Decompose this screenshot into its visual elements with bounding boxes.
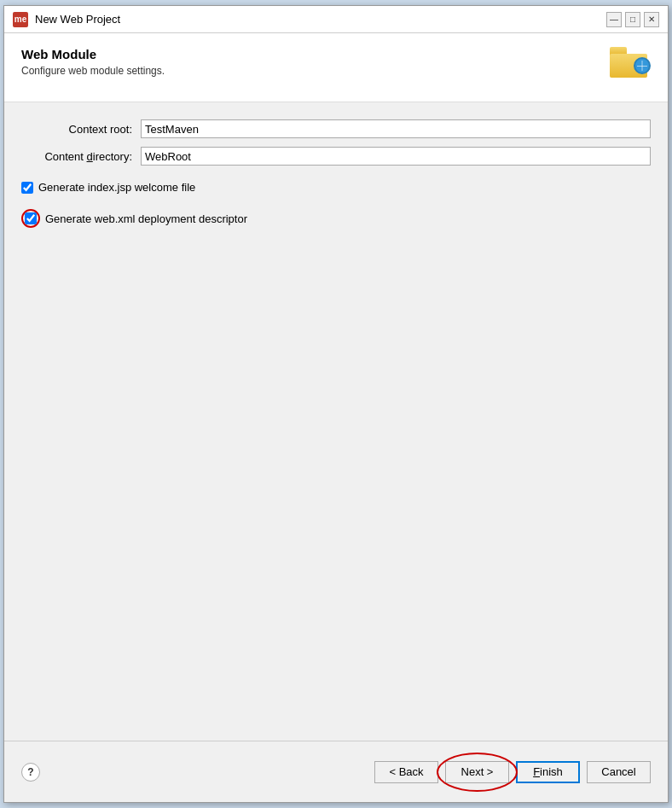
header-text: Web Module Configure web module settings… [21,47,165,77]
title-bar-left: me New Web Project [13,12,120,27]
minimize-button[interactable]: — [606,12,622,27]
generate-index-checkbox[interactable] [21,182,33,194]
dialog-content: Web Module Configure web module settings… [4,33,668,802]
globe-icon [634,57,651,74]
checkbox2-highlight [21,209,40,228]
bottom-buttons: < Back Next > Finish Cancel [374,761,651,783]
next-button[interactable]: Next > [445,761,509,783]
close-button[interactable]: ✕ [644,12,659,27]
next-button-wrapper: Next > [445,761,509,783]
generate-webxml-label: Generate web.xml deployment descriptor [45,212,247,225]
title-bar: me New Web Project — □ ✕ [4,6,668,33]
app-icon: me [13,12,28,27]
generate-webxml-checkbox[interactable] [25,212,37,224]
header-section: Web Module Configure web module settings… [4,33,668,102]
maximize-button[interactable]: □ [625,12,640,27]
checkbox1-row: Generate index.jsp welcome file [21,181,651,194]
content-directory-label: Content directory: [21,150,132,163]
back-button[interactable]: < Back [374,761,438,783]
content-directory-input[interactable] [141,147,651,166]
content-directory-row: Content directory: [21,147,651,166]
context-root-label: Context root: [21,123,132,136]
finish-button[interactable]: Finish [516,761,580,783]
bottom-left: ? [21,763,40,782]
main-section: Context root: Content directory: Generat… [4,102,668,741]
generate-index-label: Generate index.jsp welcome file [38,181,195,194]
window-title: New Web Project [35,13,120,26]
checkbox2-row: Generate web.xml deployment descriptor [21,209,651,228]
dialog-window: me New Web Project — □ ✕ Web Module Conf… [3,5,669,803]
context-root-row: Context root: [21,119,651,138]
context-root-input[interactable] [141,119,651,138]
cancel-button[interactable]: Cancel [587,761,651,783]
header-icon [610,47,651,88]
folder-globe-icon [610,47,647,78]
page-title: Web Module [21,47,165,61]
help-button[interactable]: ? [21,763,40,782]
title-bar-controls: — □ ✕ [606,12,659,27]
bottom-bar: ? < Back Next > Finish Cancel [4,741,668,802]
page-subtitle: Configure web module settings. [21,65,165,77]
